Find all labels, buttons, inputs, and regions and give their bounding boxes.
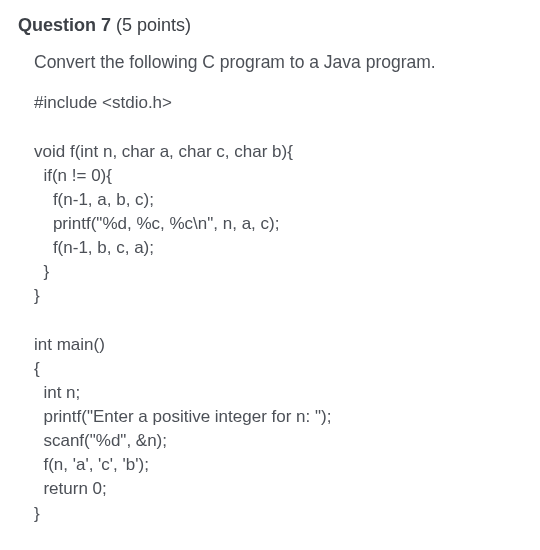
question-number: Question 7 [18,15,111,35]
question-content: Convert the following C program to a Jav… [18,50,522,526]
code-block: #include <stdio.h> void f(int n, char a,… [34,91,522,525]
question-prompt: Convert the following C program to a Jav… [34,50,522,75]
question-header: Question 7 (5 points) [18,12,522,38]
question-points: (5 points) [116,15,191,35]
